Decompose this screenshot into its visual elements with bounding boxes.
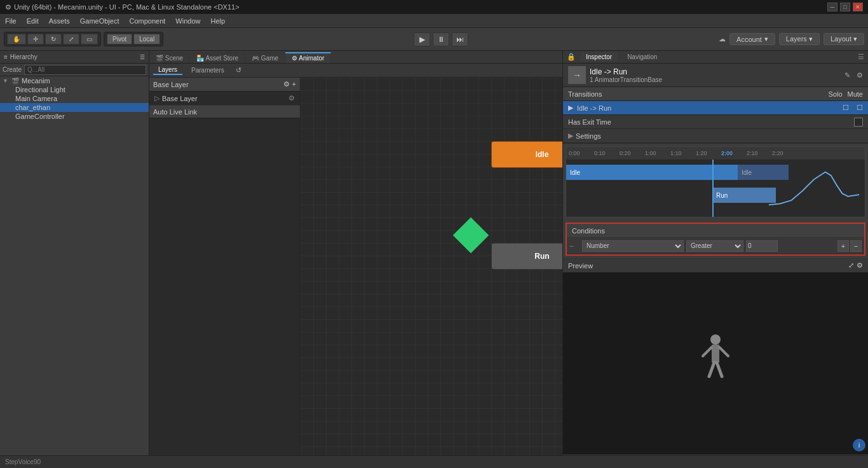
settings-icon2[interactable]: ⚙ bbox=[857, 71, 863, 79]
remove-condition-button[interactable]: − bbox=[850, 240, 862, 252]
menu-help[interactable]: Help bbox=[205, 16, 230, 26]
create-label[interactable]: Create bbox=[3, 66, 22, 73]
rect-tool[interactable]: ▭ bbox=[81, 34, 98, 45]
transition-icon: → bbox=[568, 66, 586, 84]
tl-label-8: 2:20 bbox=[772, 150, 797, 156]
animator-icon: ⚙ bbox=[292, 55, 297, 62]
timeline-playhead[interactable] bbox=[712, 160, 714, 217]
condition-operator-select[interactable]: Greater bbox=[686, 240, 743, 252]
tab-scene[interactable]: 🎬 Scene bbox=[149, 53, 190, 63]
svg-line-8 bbox=[719, 347, 728, 356]
run-bar-label: Run bbox=[716, 192, 728, 199]
animator-grid bbox=[301, 78, 562, 468]
edit-icon[interactable]: ✎ bbox=[844, 71, 850, 79]
main-camera-label: Main Camera bbox=[15, 95, 57, 102]
rotate-tool[interactable]: ↻ bbox=[45, 34, 62, 45]
tl-label-5: 1:20 bbox=[696, 150, 721, 156]
tab-asset-store[interactable]: 🏪 Asset Store bbox=[190, 53, 245, 63]
toolbar: ✋ ✛ ↻ ⤢ ▭ Pivot Local ▶ ⏸ ⏭ ☁ Account ▾ … bbox=[0, 28, 868, 51]
add-condition-button[interactable]: + bbox=[837, 240, 849, 252]
transition-base: 1 AnimatorTransitionBase bbox=[590, 76, 662, 83]
toolbar-pivot-group: Pivot Local bbox=[104, 32, 163, 46]
transition-row-label: Idle -> Run bbox=[577, 104, 611, 112]
menu-bar: File Edit Assets GameObject Component Wi… bbox=[0, 14, 868, 28]
anim-params-tab[interactable]: Parameters bbox=[186, 66, 229, 74]
hierarchy-search[interactable] bbox=[24, 65, 146, 75]
solo-check[interactable]: ☐ bbox=[843, 104, 849, 112]
toolbar-transform-group: ✋ ✛ ↻ ⤢ ▭ bbox=[4, 32, 101, 46]
menu-assets[interactable]: Assets bbox=[44, 16, 75, 26]
minimize-button[interactable]: ─ bbox=[827, 3, 837, 11]
preview-info-button[interactable]: i bbox=[853, 439, 865, 451]
hierarchy-item-char-ethan[interactable]: char_ethan bbox=[0, 103, 149, 112]
hierarchy-panel: ≡ Hierarchy ☰ Create ▼ 🎬 Mecanim Directi… bbox=[0, 51, 149, 468]
navigation-tab[interactable]: Navigation bbox=[622, 52, 662, 62]
hierarchy-item-game-controller[interactable]: GameController bbox=[0, 112, 149, 121]
tl-label-6: 2:00 bbox=[721, 150, 747, 156]
state-node-idle[interactable]: Idle bbox=[491, 141, 562, 168]
inspector-menu-icon[interactable]: ☰ bbox=[858, 53, 864, 61]
account-button[interactable]: Account ▾ bbox=[729, 33, 775, 45]
add-layer-icon[interactable]: + bbox=[292, 80, 296, 88]
tab-game[interactable]: 🎮 Game bbox=[245, 53, 285, 63]
hierarchy-item-main-camera[interactable]: Main Camera bbox=[0, 94, 149, 103]
expand-icon: ▷ bbox=[154, 94, 159, 102]
scale-tool[interactable]: ⤢ bbox=[63, 34, 79, 45]
menu-file[interactable]: File bbox=[0, 16, 22, 26]
svg-point-5 bbox=[710, 334, 721, 345]
status-text: StepVoice90 bbox=[5, 458, 41, 465]
conditions-label: Conditions bbox=[572, 227, 605, 235]
pivot-button[interactable]: Pivot bbox=[107, 34, 132, 45]
preview-expand-icon[interactable]: ⤢ bbox=[848, 261, 854, 270]
menu-gameobject[interactable]: GameObject bbox=[75, 16, 125, 26]
tab-animator[interactable]: ⚙ Animator bbox=[285, 52, 331, 63]
chevron-down-icon3: ▾ bbox=[853, 35, 857, 43]
chevron-down-icon: ▾ bbox=[764, 35, 768, 43]
layer-controls: ⚙ + bbox=[283, 80, 296, 88]
window-title: Unity (64bit) - Mecanim.unity - UI - PC,… bbox=[14, 3, 240, 11]
lock-icon[interactable]: 🔒 bbox=[567, 53, 576, 61]
layers-panel: Base Layer ⚙ + ▷ Base Layer ⚙ bbox=[149, 78, 301, 468]
hand-tool[interactable]: ✋ bbox=[7, 34, 26, 45]
layers-button[interactable]: Layers ▾ bbox=[779, 33, 820, 45]
transitions-label: Transitions bbox=[568, 90, 602, 98]
move-tool[interactable]: ✛ bbox=[27, 34, 44, 45]
pause-button[interactable]: ⏸ bbox=[433, 32, 449, 46]
layout-button[interactable]: Layout ▾ bbox=[824, 33, 864, 45]
step-button[interactable]: ⏭ bbox=[452, 32, 468, 46]
hierarchy-menu-icon[interactable]: ☰ bbox=[140, 54, 145, 60]
transition-row-checks: ☐ ☐ bbox=[843, 104, 863, 112]
menu-window[interactable]: Window bbox=[170, 16, 205, 26]
condition-minus-icon[interactable]: − bbox=[569, 242, 580, 251]
hierarchy-item-mecanim[interactable]: ▼ 🎬 Mecanim bbox=[0, 76, 149, 85]
settings-expand-row[interactable]: ▶ Settings bbox=[563, 129, 868, 143]
close-button[interactable]: ✕ bbox=[853, 3, 863, 11]
play-button[interactable]: ▶ bbox=[414, 32, 430, 46]
inspector-tab[interactable]: Inspector bbox=[581, 52, 617, 62]
transitions-section-header: Transitions Solo Mute bbox=[563, 87, 868, 101]
svg-line-7 bbox=[703, 347, 712, 356]
transition-row[interactable]: ▶ Idle -> Run ☐ ☐ bbox=[563, 101, 868, 115]
maximize-button[interactable]: □ bbox=[840, 3, 850, 11]
has-exit-time-row: Has Exit Time bbox=[563, 115, 868, 129]
local-button[interactable]: Local bbox=[133, 34, 160, 45]
center-tab-bar: 🎬 Scene 🏪 Asset Store 🎮 Game ⚙ Animator bbox=[149, 51, 562, 64]
menu-edit[interactable]: Edit bbox=[22, 16, 44, 26]
has-exit-time-checkbox[interactable] bbox=[854, 118, 863, 127]
settings-gear-icon[interactable]: ⚙ bbox=[288, 94, 295, 102]
preview-settings-icon[interactable]: ⚙ bbox=[857, 261, 863, 270]
menu-component[interactable]: Component bbox=[124, 16, 170, 26]
anim-layers-tab[interactable]: Layers bbox=[153, 65, 182, 75]
animator-toolbar: Layers Parameters ↺ bbox=[149, 64, 562, 78]
timeline-labels: 0:00 0:10 0:20 1:00 1:10 1:20 2:00 2:10 … bbox=[569, 150, 797, 156]
base-layer-item[interactable]: ▷ Base Layer ⚙ bbox=[149, 92, 300, 106]
anim-refresh-icon[interactable]: ↺ bbox=[236, 66, 241, 74]
condition-buttons: + − bbox=[837, 240, 862, 252]
state-node-run[interactable]: Run bbox=[491, 243, 562, 270]
hierarchy-item-directional-light[interactable]: Directional Light bbox=[0, 85, 149, 94]
settings-icon[interactable]: ⚙ bbox=[283, 80, 290, 88]
condition-value-input[interactable] bbox=[746, 240, 778, 252]
condition-parameter-select[interactable]: Number bbox=[582, 240, 684, 252]
mute-check[interactable]: ☐ bbox=[857, 104, 863, 112]
transition-row-arrow: ▶ bbox=[568, 104, 573, 112]
